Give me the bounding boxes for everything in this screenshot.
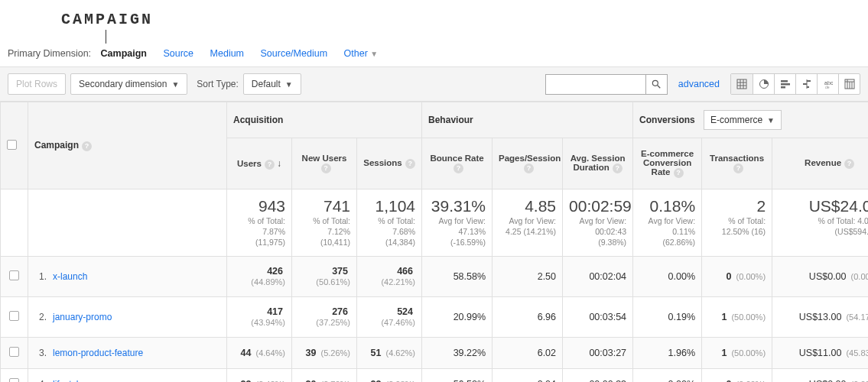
cell-transactions: 1 (50.00%) bbox=[702, 337, 772, 368]
cell-bounce: 56.52% bbox=[422, 368, 493, 382]
help-icon[interactable]: ? bbox=[454, 163, 463, 173]
column-duration-header[interactable]: Avg. Session Duration? bbox=[563, 138, 633, 189]
summary-bounce: 39.31%Avg for View:47.13%(-16.59%) bbox=[422, 189, 493, 257]
sort-type-label: Sort Type: bbox=[197, 79, 238, 89]
sort-default-label: Default bbox=[252, 79, 281, 89]
cell-duration: 00:02:04 bbox=[563, 256, 633, 296]
help-icon[interactable]: ? bbox=[405, 159, 415, 169]
row-checkbox[interactable] bbox=[9, 270, 19, 280]
help-icon[interactable]: ? bbox=[613, 163, 623, 173]
secondary-dimension-label: Secondary dimension bbox=[79, 79, 167, 89]
column-revenue-header[interactable]: Revenue? bbox=[772, 138, 868, 189]
svg-rect-2 bbox=[737, 79, 746, 89]
tab-source-medium[interactable]: Source/Medium bbox=[261, 48, 328, 59]
svg-text:de: de bbox=[825, 85, 830, 89]
column-users-header[interactable]: Users?↓ bbox=[227, 138, 292, 189]
help-icon[interactable]: ? bbox=[321, 163, 331, 173]
view-type-group: abcde bbox=[730, 73, 860, 95]
sort-descending-icon: ↓ bbox=[277, 158, 281, 169]
pivot-icon bbox=[844, 79, 855, 89]
cell-duration: 00:03:27 bbox=[563, 337, 633, 368]
row-index: 3. bbox=[39, 348, 47, 358]
search-button[interactable] bbox=[645, 75, 667, 94]
column-campaign-header[interactable]: Campaign? bbox=[28, 102, 227, 189]
tab-source[interactable]: Source bbox=[163, 48, 193, 59]
row-checkbox[interactable] bbox=[9, 378, 19, 382]
column-new-users-header[interactable]: New Users? bbox=[292, 138, 357, 189]
view-table-button[interactable] bbox=[731, 74, 753, 94]
svg-line-1 bbox=[658, 86, 661, 89]
help-icon[interactable]: ? bbox=[82, 141, 92, 151]
table-toolbar: Plot Rows Secondary dimension ▼ Sort Typ… bbox=[0, 66, 868, 102]
search-box bbox=[545, 74, 668, 95]
cell-bounce: 39.22% bbox=[422, 337, 493, 368]
campaign-link[interactable]: x-launch bbox=[53, 271, 87, 282]
view-comparison-button[interactable] bbox=[795, 74, 817, 94]
table-row: 4.lifestyle-snooze23 (2.42%)20 (2.70%)23… bbox=[1, 368, 869, 382]
group-header-row: Campaign? Acquisition Behaviour Conversi… bbox=[1, 102, 869, 138]
comparison-icon bbox=[801, 79, 812, 89]
summary-new-users: 741% of Total:7.12%(10,411) bbox=[292, 189, 357, 257]
column-sessions-header[interactable]: Sessions? bbox=[357, 138, 422, 189]
help-icon[interactable]: ? bbox=[524, 163, 534, 173]
column-bounce-header[interactable]: Bounce Rate? bbox=[422, 138, 493, 189]
summary-revenue: US$24.00% of Total: 4.04%(US$594.30) bbox=[772, 189, 868, 257]
secondary-dimension-button[interactable]: Secondary dimension ▼ bbox=[70, 73, 187, 95]
group-behaviour-header: Behaviour bbox=[422, 102, 633, 138]
cell-ecom-rate: 1.96% bbox=[633, 337, 702, 368]
cell-revenue: US$11.00 (45.83%) bbox=[772, 337, 868, 368]
help-icon[interactable]: ? bbox=[265, 160, 275, 170]
bar-icon bbox=[780, 79, 791, 89]
column-ecom-rate-header[interactable]: E-commerce Conversion Rate? bbox=[633, 138, 702, 189]
cell-pages: 2.50 bbox=[493, 256, 563, 296]
select-all-checkbox[interactable] bbox=[7, 140, 17, 150]
view-pie-button[interactable] bbox=[753, 74, 774, 94]
conversions-selector[interactable]: E-commerce▼ bbox=[704, 110, 782, 130]
help-icon[interactable]: ? bbox=[733, 163, 743, 173]
advanced-link[interactable]: advanced bbox=[678, 79, 720, 89]
view-bar-button[interactable] bbox=[774, 74, 795, 94]
cloud-icon: abcde bbox=[823, 79, 834, 89]
caret-down-icon: ▼ bbox=[285, 80, 293, 89]
row-checkbox[interactable] bbox=[9, 311, 19, 321]
caret-down-icon: ▼ bbox=[767, 116, 775, 125]
cell-pages: 6.96 bbox=[493, 296, 563, 337]
search-input[interactable] bbox=[546, 75, 645, 94]
cell-revenue: US$0.00 (0.00%) bbox=[772, 256, 868, 296]
cell-bounce: 20.99% bbox=[422, 296, 493, 337]
cell-bounce: 58.58% bbox=[422, 256, 493, 296]
table-row: 2.january-promo417 (43.94%)276 (37.25%)5… bbox=[1, 296, 869, 337]
campaign-link[interactable]: lemon-product-feature bbox=[53, 348, 143, 358]
summary-duration: 00:02:59Avg for View:00:02:43(9.38%) bbox=[563, 189, 633, 257]
help-icon[interactable]: ? bbox=[844, 159, 854, 169]
svg-rect-12 bbox=[807, 80, 811, 82]
cell-new-users: 20 (2.70%) bbox=[292, 368, 357, 382]
svg-rect-8 bbox=[781, 80, 788, 83]
column-transactions-header[interactable]: Transactions? bbox=[702, 138, 772, 189]
svg-rect-13 bbox=[803, 83, 807, 85]
view-cloud-button[interactable]: abcde bbox=[817, 74, 838, 94]
cell-transactions: 0 (0.00%) bbox=[702, 368, 772, 382]
cell-ecom-rate: 0.19% bbox=[633, 296, 702, 337]
row-checkbox[interactable] bbox=[9, 347, 19, 357]
svg-point-0 bbox=[653, 80, 658, 86]
svg-rect-14 bbox=[807, 86, 809, 88]
tab-campaign[interactable]: Campaign bbox=[101, 48, 147, 59]
summary-row: 943% of Total:7.87%(11,975) 741% of Tota… bbox=[1, 189, 869, 257]
view-pivot-button[interactable] bbox=[838, 74, 860, 94]
summary-transactions: 2% of Total:12.50% (16) bbox=[702, 189, 772, 257]
help-icon[interactable]: ? bbox=[674, 168, 684, 178]
cell-users: 417 (43.94%) bbox=[227, 296, 292, 337]
tab-other[interactable]: Other ▼ bbox=[344, 48, 379, 59]
column-pages-header[interactable]: Pages/Session? bbox=[493, 138, 563, 189]
cell-transactions: 0 (0.00%) bbox=[702, 256, 772, 296]
sort-type-button[interactable]: Default ▼ bbox=[243, 73, 301, 95]
search-icon bbox=[651, 79, 662, 89]
cell-transactions: 1 (50.00%) bbox=[702, 296, 772, 337]
table-row: 3.lemon-product-feature44 (4.64%)39 (5.2… bbox=[1, 337, 869, 368]
campaign-link[interactable]: january-promo bbox=[53, 312, 112, 322]
tab-medium[interactable]: Medium bbox=[210, 48, 244, 59]
cell-ecom-rate: 0.00% bbox=[633, 368, 702, 382]
campaign-link[interactable]: lifestyle-snooze bbox=[53, 379, 116, 382]
summary-users: 943% of Total:7.87%(11,975) bbox=[227, 189, 292, 257]
